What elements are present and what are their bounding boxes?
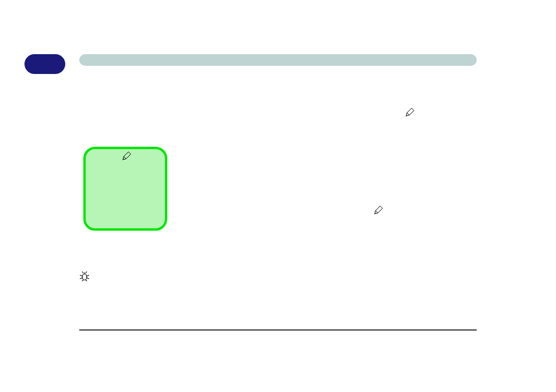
pen-icon[interactable]	[405, 108, 414, 117]
section-divider	[79, 329, 477, 331]
header-bar	[79, 54, 477, 66]
header-badge[interactable]	[24, 54, 65, 74]
pen-icon[interactable]	[374, 206, 383, 215]
svg-point-0	[82, 274, 87, 280]
bug-icon[interactable]	[79, 271, 90, 281]
pen-icon[interactable]	[122, 151, 131, 161]
